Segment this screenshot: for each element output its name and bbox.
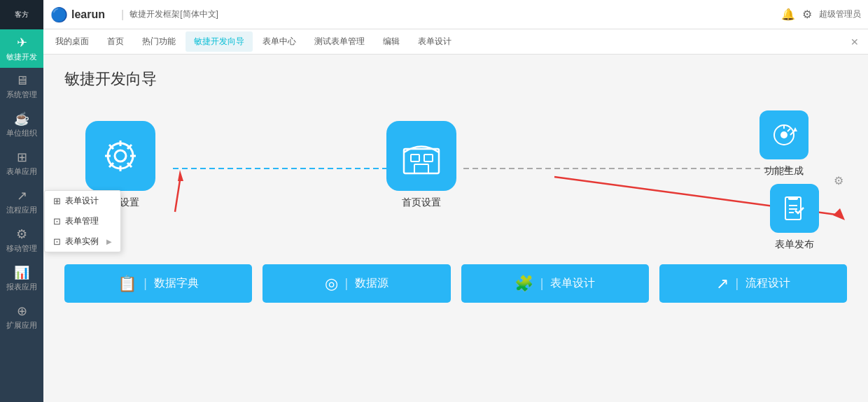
main-area: 🔵 learun | 敏捷开发框架[简体中文] 🔔 ⚙ 超级管理员 我的桌面 首… [43, 0, 868, 402]
sidebar-item-quick-dev[interactable]: ✈ 敏捷开发 [0, 29, 43, 68]
form-design-button[interactable]: 🧩 | 表单设计 [461, 264, 649, 303]
header-divider: | [121, 8, 124, 21]
tab-home[interactable]: 首页 [99, 31, 132, 52]
bottom-buttons: 📋 | 数据字典 ◎ | 数据源 🧩 | 表单设计 ↗ | 流程设计 [64, 264, 847, 303]
sidebar-item-flow-app[interactable]: ↗ 流程应用 [0, 182, 43, 221]
tab-form-design[interactable]: 表单设计 [410, 31, 460, 52]
header: 🔵 learun | 敏捷开发框架[简体中文] 🔔 ⚙ 超级管理员 [43, 0, 868, 29]
bell-icon[interactable]: 🔔 [781, 8, 795, 21]
sidebar-item-mobile-mgmt[interactable]: ⚙ 移动管理 [0, 221, 43, 259]
svg-rect-21 [414, 164, 428, 173]
data-dict-icon: 📋 [118, 275, 136, 293]
sidebar-item-unit-org[interactable]: ☕ 单位组织 [0, 106, 43, 144]
page-title: 敏捷开发向导 [64, 69, 847, 89]
btn-divider-3: | [540, 276, 544, 291]
svg-marker-7 [833, 208, 845, 220]
btn-divider-2: | [345, 276, 349, 291]
form-instance-cm-icon: ⊡ [53, 236, 61, 247]
context-menu-item-form-instance[interactable]: ⊡ 表单实例 ▶ [45, 231, 120, 252]
flow-design-button[interactable]: ↗ | 流程设计 [659, 264, 847, 303]
svg-rect-28 [788, 196, 798, 200]
ext-app-icon: ⊕ [17, 303, 27, 319]
header-subtitle: 敏捷开发框架[简体中文] [130, 8, 218, 20]
form-mgmt-cm-icon: ⊡ [53, 216, 61, 227]
unit-org-icon: ☕ [14, 111, 29, 127]
tab-hot-func[interactable]: 热门功能 [134, 31, 184, 52]
workflow-item-func-gen[interactable]: 功能生成 [760, 110, 808, 178]
report-app-icon: 📊 [14, 265, 29, 280]
svg-marker-5 [178, 170, 183, 181]
btn-divider-1: | [144, 276, 147, 291]
flow-design-label: 流程设计 [746, 276, 790, 291]
user-label: 超级管理员 [819, 8, 861, 20]
form-publish-icon[interactable] [770, 184, 819, 233]
learun-logo-icon: 🔵 [50, 6, 68, 23]
func-gen-icon[interactable] [760, 110, 808, 159]
context-menu: ⊞ 表单设计 ⊡ 表单管理 ⊡ 表单实例 ▶ [44, 190, 121, 252]
data-source-icon: ◎ [325, 275, 338, 293]
flow-design-icon: ↗ [716, 275, 729, 293]
tab-form-center[interactable]: 表单中心 [254, 31, 304, 52]
workflow-item-form-publish[interactable]: 表单发布 [770, 184, 819, 251]
header-right: 🔔 ⚙ 超级管理员 [781, 8, 861, 21]
logo-setup-icon[interactable] [85, 121, 155, 191]
svg-rect-19 [411, 155, 419, 161]
mobile-mgmt-icon: ⚙ [16, 227, 27, 242]
quick-dev-icon: ✈ [17, 35, 27, 50]
sys-mgmt-icon: 🖥 [15, 73, 28, 88]
svg-point-23 [780, 131, 788, 138]
header-logo: 🔵 learun [50, 6, 105, 23]
context-menu-item-form-design[interactable]: ⊞ 表单设计 [45, 191, 120, 211]
data-dict-label: 数据字典 [154, 276, 199, 291]
form-design-btn-icon: 🧩 [514, 275, 533, 293]
btn-divider-4: | [736, 276, 739, 291]
form-design-btn-label: 表单设计 [550, 276, 595, 291]
form-app-icon: ⊞ [17, 150, 27, 165]
svg-point-9 [115, 150, 126, 161]
tab-test-form[interactable]: 测试表单管理 [306, 31, 373, 52]
context-menu-item-form-mgmt[interactable]: ⊡ 表单管理 [45, 211, 120, 231]
func-gen-label: 功能生成 [764, 165, 804, 178]
sidebar: 客方 ✈ 敏捷开发 🖥 系统管理 ☕ 单位组织 ⊞ 表单应用 ↗ 流程应用 ⚙ … [0, 0, 43, 402]
sidebar-item-form-app[interactable]: ⊞ 表单应用 [0, 144, 43, 182]
content-area: 敏捷开发向导 [43, 55, 868, 402]
nav-tabs-close-icon[interactable]: ✕ [845, 34, 864, 50]
sidebar-item-report-app[interactable]: 📊 报表应用 [0, 259, 43, 298]
svg-line-4 [175, 180, 180, 212]
workflow-item-home-setup[interactable]: 首页设置 [386, 121, 456, 209]
tab-edit[interactable]: 编辑 [374, 31, 408, 52]
flow-app-icon: ↗ [17, 188, 27, 203]
svg-rect-20 [424, 155, 433, 161]
tab-quick-guide[interactable]: 敏捷开发向导 [186, 31, 253, 52]
home-setup-icon[interactable] [386, 121, 456, 191]
settings-icon[interactable]: ⚙ [802, 8, 812, 21]
data-source-label: 数据源 [355, 276, 388, 291]
logo-text: learun [71, 8, 105, 21]
form-design-cm-icon: ⊞ [53, 196, 61, 206]
svg-line-25 [788, 129, 790, 131]
form-publish-label: 表单发布 [775, 238, 814, 251]
submenu-arrow-icon: ▶ [106, 238, 112, 245]
nav-tabs: 我的桌面 首页 热门功能 敏捷开发向导 表单中心 测试表单管理 编辑 表单设计 … [43, 29, 868, 55]
sidebar-logo: 客方 [0, 0, 43, 29]
home-setup-label: 首页设置 [402, 196, 441, 209]
right-gear-icon[interactable]: ⚙ [834, 174, 844, 187]
svg-rect-18 [404, 149, 439, 173]
sidebar-item-sys-mgmt[interactable]: 🖥 系统管理 [0, 68, 43, 106]
tab-my-desk[interactable]: 我的桌面 [47, 31, 97, 52]
svg-marker-26 [793, 127, 797, 131]
data-source-button[interactable]: ◎ | 数据源 [262, 264, 450, 303]
data-dict-button[interactable]: 📋 | 数据字典 [64, 264, 252, 303]
sidebar-item-ext-app[interactable]: ⊕ 扩展应用 [0, 298, 43, 336]
